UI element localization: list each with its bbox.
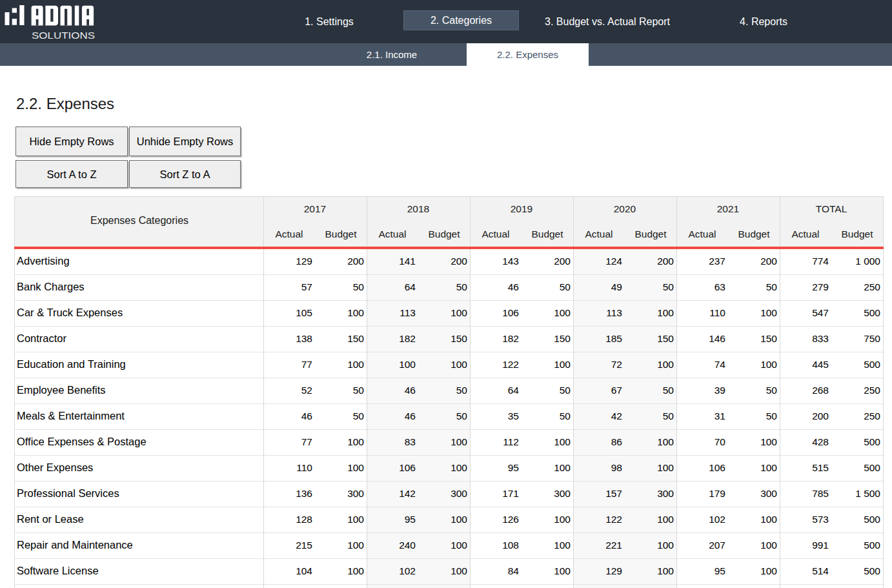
svg-text:SOLUTIONS: SOLUTIONS — [32, 30, 95, 41]
